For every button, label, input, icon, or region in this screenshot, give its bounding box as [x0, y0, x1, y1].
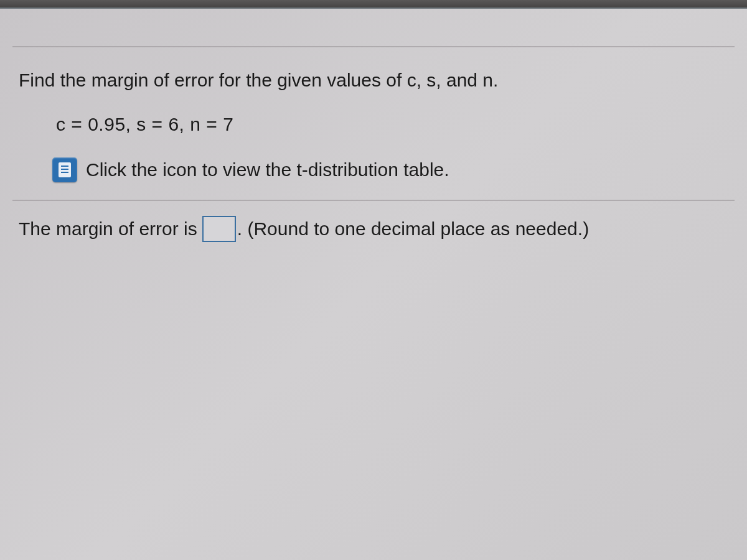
answer-row: The margin of error is . (Round to one d… [0, 201, 747, 242]
document-list-icon [56, 161, 73, 179]
content-area: Find the margin of error for the given v… [0, 46, 747, 242]
answer-prefix: The margin of error is [19, 218, 197, 240]
margin-of-error-input[interactable] [202, 216, 236, 242]
question-block: Find the margin of error for the given v… [0, 47, 747, 182]
answer-suffix: . (Round to one decimal place as needed.… [237, 218, 589, 240]
t-table-link-text[interactable]: Click the icon to view the t-distributio… [86, 159, 449, 180]
divider-mid [12, 200, 735, 201]
question-prompt: Find the margin of error for the given v… [19, 66, 728, 94]
t-table-link-row: Click the icon to view the t-distributio… [52, 157, 728, 182]
question-values: c = 0.95, s = 6, n = 7 [56, 114, 728, 135]
table-icon[interactable] [52, 157, 77, 182]
window-top-bar [0, 0, 747, 9]
divider-top [12, 46, 735, 47]
